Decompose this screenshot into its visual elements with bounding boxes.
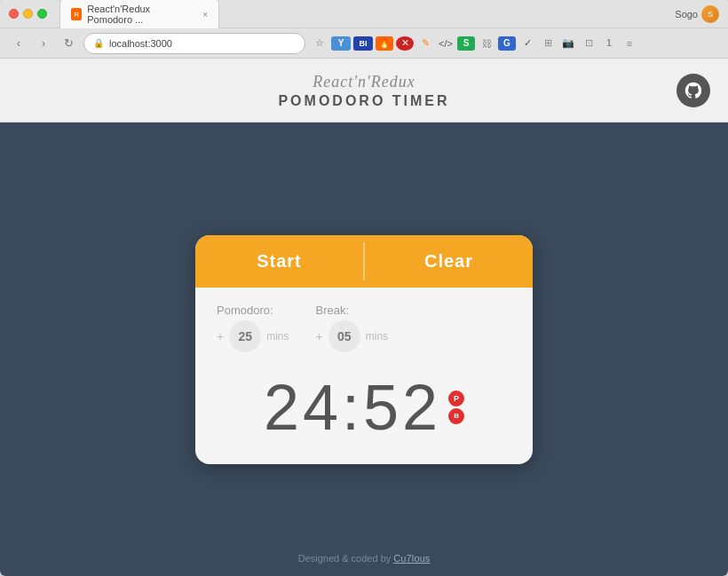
minimize-button[interactable]: [23, 9, 33, 19]
tab-title: React'n'Redux Pomodoro ...: [87, 4, 194, 25]
tab-favicon: R: [71, 8, 82, 20]
pomodoro-label: Pomodoro:: [217, 304, 289, 317]
footer-link[interactable]: Cu7Ious: [393, 553, 430, 564]
start-button[interactable]: Start: [195, 235, 363, 288]
bi-extension-icon[interactable]: BI: [353, 36, 373, 51]
github-icon[interactable]: [677, 74, 710, 107]
pomodoro-plus-button[interactable]: +: [217, 330, 224, 343]
toolbar-icons: ☆ Y BI 🔥 ✕ ✎ </> S ⛓ G ✓ ⊞ 📷 ⊡ 1 ≡: [311, 35, 638, 52]
toolbar: ‹ › ↻ 🔒 localhost:3000 ☆ Y BI 🔥 ✕ ✎ </> …: [0, 28, 728, 59]
break-value: 05: [328, 320, 360, 352]
pomodoro-control: + 25 mins: [217, 320, 289, 352]
clear-button[interactable]: Clear: [365, 235, 533, 288]
title-bar: R React'n'Redux Pomodoro ... × Sogo S: [0, 0, 728, 28]
pomodoro-badge: P: [448, 391, 464, 406]
back-button[interactable]: ‹: [9, 34, 28, 53]
user-avatar: S: [701, 5, 719, 23]
footer: Designed & coded by Cu7Ious: [0, 553, 728, 564]
break-setting: Break: + 05 mins: [316, 304, 389, 352]
menu-icon[interactable]: ≡: [621, 35, 638, 52]
break-unit: mins: [366, 330, 388, 343]
close-button[interactable]: [9, 9, 19, 19]
bookmark-icon[interactable]: ☆: [311, 35, 328, 52]
forward-button[interactable]: ›: [34, 34, 53, 53]
g-extension-icon[interactable]: G: [498, 36, 516, 51]
footer-text: Designed & coded by: [298, 553, 394, 564]
pomodoro-setting: Pomodoro: + 25 mins: [217, 304, 289, 352]
traffic-lights: [9, 9, 47, 19]
app-subtitle: React'n'Redux: [0, 73, 728, 91]
tab-close-icon[interactable]: ×: [202, 10, 208, 20]
pomodoro-value: 25: [229, 320, 261, 352]
address-bar[interactable]: 🔒 localhost:3000: [83, 33, 305, 54]
page-content: React'n'Redux POMODORO TIMER Start Clear: [0, 59, 728, 576]
fire-extension-icon[interactable]: 🔥: [376, 36, 393, 51]
break-plus-button[interactable]: +: [316, 330, 323, 343]
x-extension-icon[interactable]: ✕: [396, 36, 414, 51]
user-badge: Sogo S: [675, 5, 719, 23]
num-icon[interactable]: 1: [600, 35, 618, 52]
chain-extension-icon[interactable]: ⛓: [478, 35, 495, 52]
y-extension-icon[interactable]: Y: [331, 36, 351, 51]
settings-row: Pomodoro: + 25 mins Break: + 05 mins: [195, 288, 533, 361]
app-header: React'n'Redux POMODORO TIMER: [0, 59, 728, 122]
break-control: + 05 mins: [316, 320, 389, 352]
refresh-button[interactable]: ↻: [59, 34, 78, 53]
timer-display: 24:52: [264, 375, 441, 439]
camera-icon[interactable]: 📷: [559, 35, 577, 52]
button-row: Start Clear: [195, 235, 533, 288]
code-extension-icon[interactable]: </>: [437, 35, 455, 52]
browser-window: R React'n'Redux Pomodoro ... × Sogo S ‹ …: [0, 0, 728, 576]
lock-icon: 🔒: [93, 38, 104, 48]
url-text: localhost:3000: [109, 38, 172, 49]
break-label: Break:: [316, 304, 389, 317]
app-title: POMODORO TIMER: [0, 93, 728, 109]
mode-badges: P B: [448, 391, 464, 424]
timer-card: Start Clear Pomodoro: + 25 mins: [195, 235, 533, 464]
grid-icon[interactable]: ⊞: [539, 35, 557, 52]
app-body: Start Clear Pomodoro: + 25 mins: [0, 122, 728, 576]
browser-tab[interactable]: R React'n'Redux Pomodoro ... ×: [59, 0, 219, 28]
tab-bar: R React'n'Redux Pomodoro ... ×: [59, 0, 669, 28]
pomodoro-unit: mins: [266, 330, 289, 343]
s-extension-icon[interactable]: S: [457, 36, 475, 51]
check-extension-icon[interactable]: ✓: [518, 35, 536, 52]
break-badge: B: [448, 408, 464, 424]
timer-display-row: 24:52 P B: [195, 361, 533, 464]
user-name: Sogo: [675, 9, 698, 20]
grid2-icon[interactable]: ⊡: [580, 35, 597, 52]
pencil-extension-icon[interactable]: ✎: [416, 35, 434, 52]
maximize-button[interactable]: [37, 9, 47, 19]
